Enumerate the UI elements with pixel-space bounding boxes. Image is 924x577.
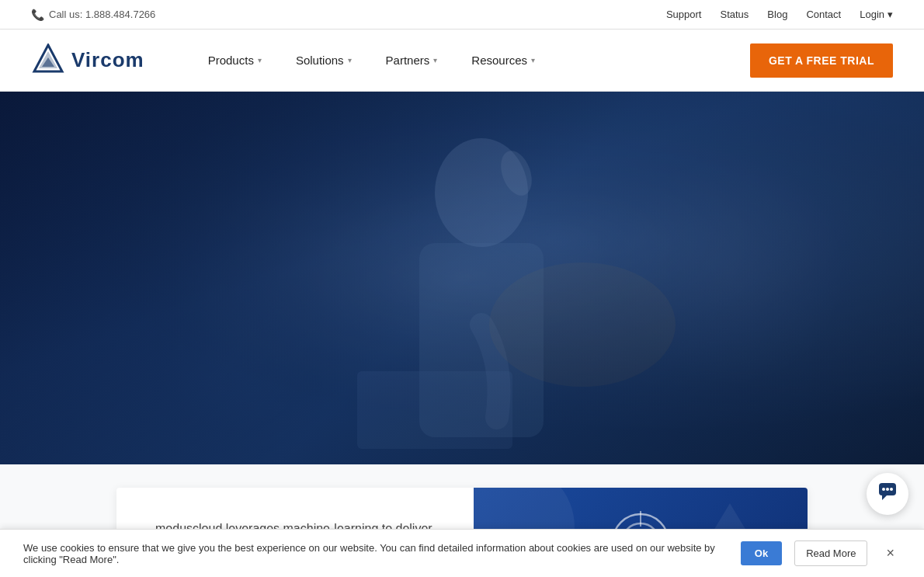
logo-text: Vircom [71, 48, 144, 72]
hero-image [0, 92, 924, 464]
partners-chevron-icon: ▾ [433, 56, 437, 64]
nav-partners-label: Partners [386, 54, 430, 67]
nav-solutions-label: Solutions [296, 54, 344, 67]
status-link[interactable]: Status [720, 9, 749, 20]
support-link[interactable]: Support [666, 9, 702, 20]
top-bar-nav: Support Status Blog Contact Login ▾ [666, 9, 893, 20]
phone-info: 📞 Call us: 1.888.484.7266 [31, 9, 155, 21]
svg-point-21 [890, 488, 893, 491]
login-chevron-icon: ▾ [888, 9, 893, 20]
svg-point-9 [489, 262, 676, 387]
nav-solutions[interactable]: Solutions ▾ [279, 30, 369, 92]
cookie-close-button[interactable]: × [880, 542, 901, 565]
nav-products[interactable]: Products ▾ [191, 30, 279, 92]
contact-link[interactable]: Contact [806, 9, 841, 20]
svg-rect-8 [357, 371, 512, 449]
solutions-chevron-icon: ▾ [348, 56, 352, 64]
phone-number: Call us: 1.888.484.7266 [49, 9, 155, 20]
products-chevron-icon: ▾ [258, 56, 262, 64]
cookie-ok-button[interactable]: Ok [741, 541, 782, 565]
chat-widget[interactable] [867, 473, 908, 515]
blog-link[interactable]: Blog [767, 9, 787, 20]
free-trial-button[interactable]: GET A FREE TRIAL [750, 43, 893, 78]
hero-section [0, 92, 924, 464]
logo-icon [31, 43, 65, 78]
main-nav: Vircom Products ▾ Solutions ▾ Partners ▾… [0, 30, 924, 92]
cookie-banner: We use cookies to ensure that we give yo… [0, 529, 924, 577]
logo-link[interactable]: Vircom [31, 43, 144, 78]
nav-resources[interactable]: Resources ▾ [454, 30, 552, 92]
top-bar: 📞 Call us: 1.888.484.7266 Support Status… [0, 0, 924, 30]
nav-resources-label: Resources [471, 54, 527, 67]
cookie-read-more-button[interactable]: Read More [794, 541, 867, 566]
login-label: Login [860, 9, 884, 20]
svg-point-20 [886, 488, 889, 491]
nav-partners[interactable]: Partners ▾ [369, 30, 455, 92]
svg-point-19 [882, 488, 885, 491]
phone-icon: 📞 [31, 9, 44, 21]
login-button[interactable]: Login ▾ [860, 9, 893, 20]
nav-links: Products ▾ Solutions ▾ Partners ▾ Resour… [191, 30, 750, 92]
resources-chevron-icon: ▾ [531, 56, 535, 64]
cookie-text: We use cookies to ensure that we give yo… [23, 542, 728, 565]
nav-products-label: Products [208, 54, 254, 67]
chat-icon [877, 481, 898, 506]
svg-marker-18 [882, 495, 887, 500]
